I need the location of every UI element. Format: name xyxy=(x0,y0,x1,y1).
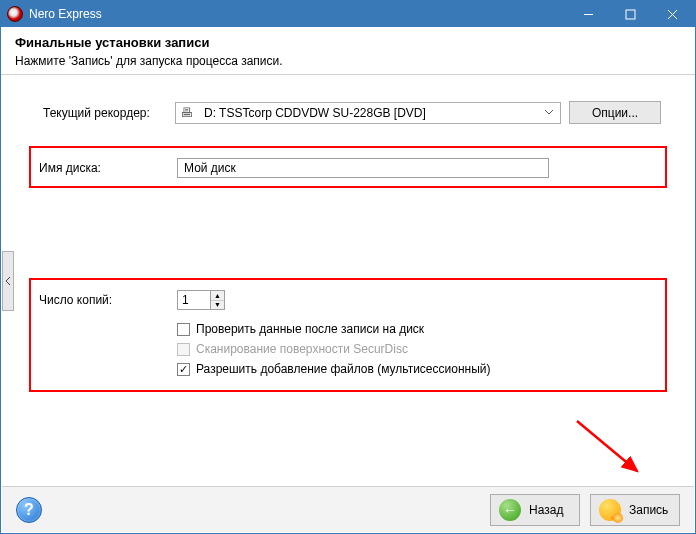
content-area: Текущий рекордер: 🖶 D: TSSTcorp CDDVDW S… xyxy=(1,75,695,475)
recorder-row: Текущий рекордер: 🖶 D: TSSTcorp CDDVDW S… xyxy=(35,101,661,124)
copies-spinner[interactable]: ▲ ▼ xyxy=(177,290,225,310)
disc-name-highlight: Имя диска: xyxy=(29,146,667,188)
securdisc-label: Сканирование поверхности SecurDisc xyxy=(196,342,408,356)
page-title: Финальные установки записи xyxy=(15,35,681,50)
chevron-down-icon xyxy=(544,106,554,120)
close-button[interactable] xyxy=(651,1,693,27)
page-subtitle: Нажмите 'Запись' для запуска процесса за… xyxy=(15,54,681,68)
multisession-label: Разрешить добавление файлов (мультисесси… xyxy=(196,362,491,376)
page-header: Финальные установки записи Нажмите 'Запи… xyxy=(1,27,695,75)
minimize-button[interactable] xyxy=(567,1,609,27)
recorder-combo[interactable]: 🖶 D: TSSTcorp CDDVDW SU-228GB [DVD] xyxy=(175,102,561,124)
back-label: Назад xyxy=(529,503,563,517)
multisession-checkbox[interactable] xyxy=(177,363,190,376)
securdisc-checkbox xyxy=(177,343,190,356)
securdisc-checkbox-row: Сканирование поверхности SecurDisc xyxy=(177,342,657,356)
footer-bar: ? ← Назад Запись xyxy=(2,486,694,532)
verify-checkbox-row[interactable]: Проверить данные после записи на диск xyxy=(177,322,657,336)
copies-highlight: Число копий: ▲ ▼ Проверить данные после … xyxy=(29,278,667,392)
recorder-label: Текущий рекордер: xyxy=(35,106,175,120)
svg-rect-1 xyxy=(626,10,635,19)
titlebar: Nero Express xyxy=(1,1,695,27)
copies-down[interactable]: ▼ xyxy=(211,301,224,310)
window-title: Nero Express xyxy=(29,7,567,21)
back-button[interactable]: ← Назад xyxy=(490,494,580,526)
options-button[interactable]: Опции... xyxy=(569,101,661,124)
back-icon: ← xyxy=(499,499,521,521)
disc-name-label: Имя диска: xyxy=(39,161,177,175)
burn-label: Запись xyxy=(629,503,668,517)
burn-button[interactable]: Запись xyxy=(590,494,680,526)
copies-input[interactable] xyxy=(178,291,210,309)
app-icon xyxy=(7,6,23,22)
side-expand-handle[interactable] xyxy=(2,251,14,311)
verify-label: Проверить данные после записи на диск xyxy=(196,322,424,336)
copies-label: Число копий: xyxy=(39,293,177,307)
help-button[interactable]: ? xyxy=(16,497,42,523)
copies-up[interactable]: ▲ xyxy=(211,291,224,301)
drive-icon: 🖶 xyxy=(180,105,198,120)
multisession-checkbox-row[interactable]: Разрешить добавление файлов (мультисесси… xyxy=(177,362,657,376)
maximize-button[interactable] xyxy=(609,1,651,27)
recorder-value: D: TSSTcorp CDDVDW SU-228GB [DVD] xyxy=(204,106,426,120)
disc-name-input[interactable] xyxy=(177,158,549,178)
verify-checkbox[interactable] xyxy=(177,323,190,336)
burn-icon xyxy=(599,499,621,521)
